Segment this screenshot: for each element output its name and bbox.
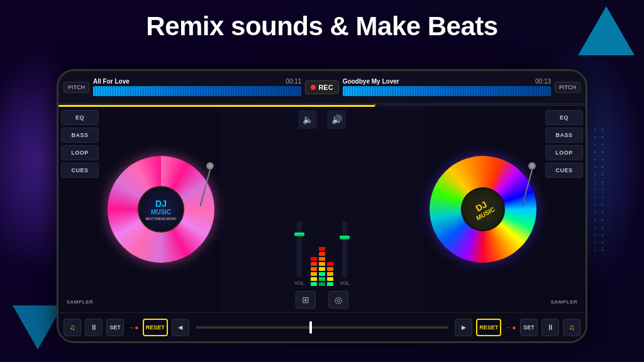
- vinyl-left-label: DJ MUSIC BEST FRESH MUSIC: [141, 189, 182, 230]
- bass-left-button[interactable]: BASS: [61, 128, 99, 143]
- mixer-icon-grid[interactable]: ⊞: [296, 291, 316, 309]
- needle-head-left: [206, 162, 214, 170]
- arrow-rec-right: →●: [505, 324, 516, 331]
- track-right-name: Goodbye My Lover: [343, 78, 399, 85]
- fader-section: VOL: [294, 134, 350, 286]
- eq-seg: [311, 272, 317, 276]
- eq-seg: [319, 262, 325, 266]
- vinyl-left-disc[interactable]: DJ MUSIC BEST FRESH MUSIC: [108, 156, 214, 263]
- cues-left-button[interactable]: CUES: [61, 163, 99, 178]
- eq-seg: [327, 272, 333, 276]
- needle-arm-right: [521, 170, 532, 206]
- vinyl-left-dj: DJ: [155, 199, 167, 209]
- mixer-top: 🔈 🔊: [298, 110, 346, 129]
- loop-right-button[interactable]: LOOP: [545, 145, 583, 160]
- next-icon: ►: [460, 323, 467, 332]
- sampler-right-button[interactable]: SAMPLER: [545, 295, 583, 309]
- pause-left-icon: ⏸: [90, 323, 97, 332]
- eq-seg: [311, 282, 317, 286]
- set-rec-left-group: →●: [128, 324, 139, 331]
- eq-seg: [319, 252, 325, 256]
- pause-right-button[interactable]: ⏸: [541, 319, 559, 336]
- tempo-slider[interactable]: [196, 326, 449, 329]
- speaker-left-icon[interactable]: 🔈: [298, 110, 317, 129]
- music-left-button[interactable]: ♫: [64, 319, 81, 336]
- fader-right-handle[interactable]: [340, 236, 350, 239]
- reset-right-button[interactable]: RESET: [476, 319, 501, 336]
- eq-bars: [311, 229, 333, 286]
- fader-left-group: VOL: [294, 221, 304, 286]
- speaker-right-symbol: 🔊: [331, 114, 342, 124]
- eq-seg: [311, 262, 317, 266]
- cues-right-button[interactable]: CUES: [545, 163, 583, 178]
- right-controls: EQ BASS LOOP CUES SAMPLER: [543, 106, 586, 312]
- prev-icon: ◄: [177, 323, 184, 332]
- eq-seg: [311, 267, 317, 271]
- track-left-name: All For Love: [93, 78, 130, 85]
- music-right-button[interactable]: ♫: [563, 319, 580, 336]
- deck-area: EQ BASS LOOP CUES SAMPLER DJ MUSIC BEST …: [58, 106, 586, 312]
- speaker-right-icon[interactable]: 🔊: [327, 110, 346, 129]
- eq-seg: [327, 282, 333, 286]
- eq-left-button[interactable]: EQ: [61, 110, 99, 125]
- tempo-handle[interactable]: [309, 321, 312, 334]
- rec-label: REC: [318, 84, 333, 91]
- page-title: Remix sounds & Make Beats: [0, 11, 644, 41]
- set-left-button[interactable]: SET: [106, 319, 124, 336]
- set-right-button[interactable]: SET: [520, 319, 538, 336]
- rec-indicator: [311, 85, 316, 90]
- eq-seg: [327, 277, 333, 281]
- vol-right-label: VOL: [340, 280, 350, 286]
- eq-seg: [327, 262, 333, 266]
- vinyl-left-sub: BEST FRESH MUSIC: [145, 217, 176, 221]
- transport-bar: ♫ ⏸ SET →● RESET ◄ ► RESET →●: [58, 312, 586, 341]
- waveform-header: PITCH All For Love 00:11 REC Goodbye My …: [58, 71, 586, 104]
- fader-right-track[interactable]: [342, 221, 347, 278]
- rec-button[interactable]: REC: [305, 80, 338, 94]
- left-controls: EQ BASS LOOP CUES SAMPLER: [58, 106, 101, 312]
- fader-left-handle[interactable]: [294, 233, 304, 236]
- needle-left: [199, 162, 221, 212]
- reset-left-button[interactable]: RESET: [143, 319, 168, 336]
- eq-seg: [319, 272, 325, 276]
- eq-right-button[interactable]: EQ: [545, 110, 583, 125]
- vinyl-right-disc[interactable]: DJ MUSIC: [430, 156, 536, 263]
- waveform-right[interactable]: [343, 86, 551, 96]
- loop-left-button[interactable]: LOOP: [61, 145, 99, 160]
- speaker-left-symbol: 🔈: [303, 114, 313, 124]
- prev-button[interactable]: ◄: [172, 319, 189, 336]
- eq-seg: [319, 267, 325, 271]
- sampler-left-button[interactable]: SAMPLER: [61, 295, 99, 309]
- track-right-time: 00:13: [535, 78, 551, 85]
- eq-seg: [319, 247, 325, 251]
- pause-left-button[interactable]: ⏸: [85, 319, 103, 336]
- vinyl-left-music: MUSIC: [151, 209, 171, 216]
- eq-bar-3: [327, 229, 333, 286]
- dj-app: PITCH All For Love 00:11 REC Goodbye My …: [58, 71, 586, 341]
- fader-left-track[interactable]: [297, 221, 302, 278]
- playhead: [374, 104, 375, 106]
- track-right-info: Goodbye My Lover 00:13: [343, 78, 551, 96]
- turntable-left: DJ MUSIC BEST FRESH MUSIC: [101, 106, 221, 312]
- phone-frame: PITCH All For Love 00:11 REC Goodbye My …: [57, 69, 587, 343]
- track-left-top: All For Love 00:11: [93, 78, 301, 85]
- next-button[interactable]: ►: [455, 319, 472, 336]
- turntable-right: DJ MUSIC: [423, 106, 543, 312]
- eq-seg: [319, 282, 325, 286]
- waveform-left[interactable]: [93, 86, 301, 96]
- music-right-icon: ♫: [569, 323, 575, 332]
- mixer-icon-settings[interactable]: ◎: [328, 291, 348, 309]
- eq-seg: [311, 257, 317, 261]
- bass-right-button[interactable]: BASS: [545, 128, 583, 143]
- eq-seg: [327, 267, 333, 271]
- mixer-center: 🔈 🔊 VOL: [221, 106, 423, 312]
- pitch-left-button[interactable]: PITCH: [64, 82, 89, 93]
- arrow-rec-left: →●: [128, 324, 139, 331]
- mixer-icons: ⊞ ◎: [296, 291, 348, 309]
- track-left-info: All For Love 00:11: [93, 78, 301, 96]
- needle-right: [521, 162, 543, 212]
- track-left-time: 00:11: [286, 78, 301, 85]
- eq-seg: [319, 277, 325, 281]
- eq-bar-2: [319, 229, 325, 286]
- pitch-right-button[interactable]: PITCH: [555, 82, 580, 93]
